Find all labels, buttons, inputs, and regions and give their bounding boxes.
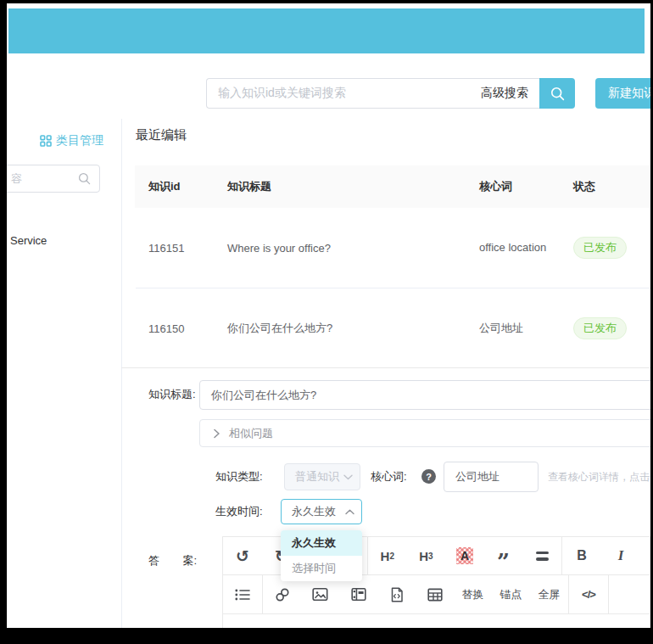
help-icon[interactable]: ? xyxy=(421,469,436,484)
dropdown-option-choose-time[interactable]: 选择时间 xyxy=(281,556,362,581)
h2-label: H xyxy=(381,549,390,563)
anchor-button[interactable]: 锚点 xyxy=(492,575,530,613)
app-header-bar xyxy=(8,8,645,53)
search-button[interactable] xyxy=(539,78,575,109)
link-icon xyxy=(275,587,290,602)
h3-label: H xyxy=(419,549,428,563)
frame-left xyxy=(0,0,7,644)
column-header-status: 状态 xyxy=(560,179,653,194)
core-word-label: 核心词: xyxy=(371,463,407,490)
core-word-input[interactable]: 公司地址 xyxy=(444,462,539,492)
core-word-hint: 查看核心词详情，点击 xyxy=(548,463,650,490)
knowledge-type-value: 普通知识 xyxy=(295,469,339,484)
category-search-value: 容 xyxy=(0,171,78,187)
heading3-button[interactable]: H3 xyxy=(407,537,446,574)
table-header-row: 知识id 知识标题 核心词 状态 xyxy=(135,165,653,208)
core-word-value: 公司地址 xyxy=(455,469,500,484)
italic-button[interactable]: I xyxy=(601,537,640,574)
cell-status: 已发布 xyxy=(560,317,653,339)
font-color-icon: A xyxy=(456,547,473,564)
dropdown-option-permanent[interactable]: 永久生效 xyxy=(281,530,362,556)
cell-knowledge-id: 116151 xyxy=(135,242,214,255)
code-view-button[interactable]: </> xyxy=(569,575,608,613)
horizontal-rule-icon xyxy=(536,552,549,561)
knowledge-search-input[interactable]: 输入知识id或关键词搜索 高级搜索 xyxy=(206,78,540,109)
frame-top xyxy=(0,0,653,3)
similar-questions-expander[interactable]: 相似问题 xyxy=(199,419,653,447)
replace-button[interactable]: 替换 xyxy=(454,575,492,613)
video-icon xyxy=(351,587,366,602)
bullet-list-button[interactable] xyxy=(223,575,262,613)
effective-time-dropdown: 永久生效 选择时间 xyxy=(281,530,362,581)
font-color-button[interactable]: A xyxy=(445,537,484,574)
fullscreen-button[interactable]: 全屏 xyxy=(530,575,568,613)
effective-time-label: 生效时间: xyxy=(215,499,263,524)
heading2-button[interactable]: H2 xyxy=(368,537,407,574)
knowledge-title-label: 知识标题: xyxy=(148,387,196,402)
knowledge-title-value: 你们公司在什么地方? xyxy=(211,388,316,403)
new-knowledge-button[interactable]: 新建知识 xyxy=(595,78,653,109)
knowledge-type-select[interactable]: 普通知识 xyxy=(284,463,360,490)
bullet-list-icon xyxy=(235,588,250,602)
effective-time-value: 永久生效 xyxy=(292,504,336,519)
sidebar-item-service[interactable]: Service xyxy=(10,234,47,247)
sidebar-divider xyxy=(121,119,122,628)
column-header-title: 知识标题 xyxy=(214,179,466,194)
blockquote-button[interactable]: ” xyxy=(484,537,523,574)
knowledge-title-input[interactable]: 你们公司在什么地方? xyxy=(199,380,653,410)
knowledge-type-label: 知识类型: xyxy=(215,463,263,490)
cell-knowledge-title: 你们公司在什么地方? xyxy=(214,321,466,336)
answer-label: 答 案: xyxy=(148,553,197,568)
answer-label-char2: 案: xyxy=(182,553,197,568)
table-row[interactable]: 116150 你们公司在什么地方? 公司地址 已发布 xyxy=(135,288,653,368)
answer-label-char1: 答 xyxy=(148,553,159,568)
chevron-right-icon xyxy=(213,428,220,439)
chevron-up-icon xyxy=(345,509,354,515)
chevron-down-icon xyxy=(343,474,353,480)
code-file-button[interactable] xyxy=(377,575,416,613)
cell-keyword: office location xyxy=(466,239,560,256)
editor-content-area[interactable] xyxy=(222,613,650,628)
horizontal-rule-button[interactable] xyxy=(522,537,561,574)
advanced-search-link[interactable]: 高级搜索 xyxy=(481,86,540,101)
category-manage-link[interactable]: 类目管理 xyxy=(40,133,103,148)
cell-keyword: 公司地址 xyxy=(466,320,560,337)
section-title: 最近编辑 xyxy=(136,127,187,143)
table-button[interactable] xyxy=(416,575,454,613)
edit-panel-top-border xyxy=(121,367,653,368)
category-manage-label: 类目管理 xyxy=(56,133,103,148)
similar-questions-label: 相似问题 xyxy=(229,426,273,441)
bold-button[interactable]: B xyxy=(562,537,601,574)
undo-icon[interactable]: ↺ xyxy=(223,537,262,574)
toolbar-spacer xyxy=(609,575,650,613)
grid-icon xyxy=(40,135,52,147)
search-icon xyxy=(78,172,91,185)
effective-time-select[interactable]: 永久生效 xyxy=(281,499,362,524)
table-icon xyxy=(427,588,443,602)
knowledge-table: 知识id 知识标题 核心词 状态 116151 Where is your of… xyxy=(135,165,653,368)
frame-bottom xyxy=(0,628,653,644)
h3-sub: 3 xyxy=(428,552,433,561)
cell-knowledge-id: 116150 xyxy=(135,322,214,335)
search-icon xyxy=(550,87,565,101)
toolbar-spacer xyxy=(640,537,650,574)
h2-sub: 2 xyxy=(389,552,394,561)
cell-status: 已发布 xyxy=(560,237,653,259)
image-icon xyxy=(312,587,328,602)
cell-knowledge-title: Where is your office? xyxy=(214,242,466,255)
status-badge: 已发布 xyxy=(573,237,627,259)
status-badge: 已发布 xyxy=(573,317,627,339)
category-search-input[interactable]: 容 xyxy=(0,165,100,193)
table-row[interactable]: 116151 Where is your office? office loca… xyxy=(135,208,653,288)
column-header-keyword: 核心词 xyxy=(466,178,560,195)
code-file-icon xyxy=(390,587,404,602)
column-header-id: 知识id xyxy=(135,179,214,194)
search-placeholder: 输入知识id或关键词搜索 xyxy=(207,86,481,101)
